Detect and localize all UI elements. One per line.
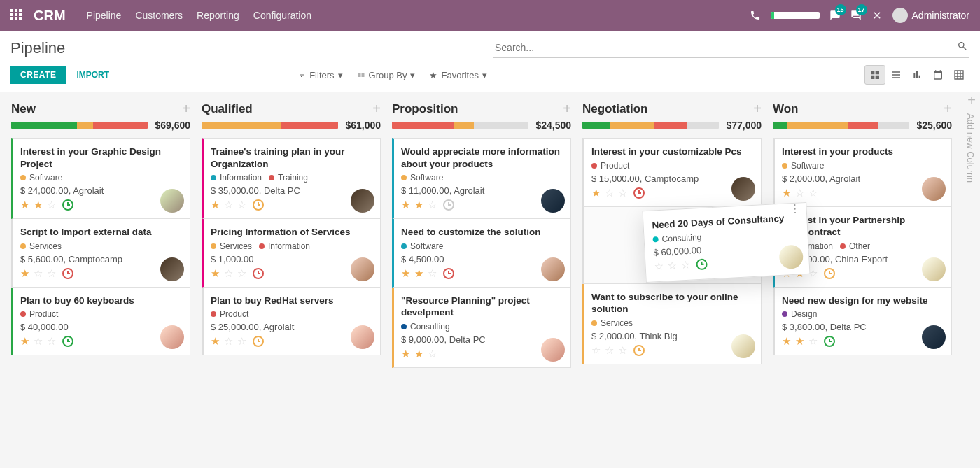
tag-dot [259, 243, 265, 249]
star-rating[interactable]: ★ ☆ ☆ [20, 335, 57, 348]
star-rating[interactable]: ★ ★ ☆ [782, 335, 818, 348]
kanban-card[interactable]: Script to Import external dataServices$ … [11, 219, 190, 288]
add-card-button[interactable]: + [563, 101, 571, 117]
avatar [732, 177, 755, 201]
view-pivot[interactable] [948, 65, 969, 85]
avatar [922, 325, 946, 349]
add-card-button[interactable]: + [182, 101, 190, 117]
import-link[interactable]: IMPORT [76, 70, 109, 80]
clock-icon[interactable] [824, 336, 835, 347]
kanban-card[interactable]: Trainee's training plan in your Organiza… [202, 138, 381, 219]
clock-icon[interactable] [443, 199, 454, 211]
column-total: $24,500 [536, 120, 571, 131]
avatar [160, 325, 184, 349]
favorites-dropdown[interactable]: ★ Favorites ▾ [429, 70, 486, 80]
star-rating[interactable]: ☆ ☆ ☆ [654, 258, 691, 273]
clock-icon[interactable] [62, 199, 74, 211]
close-icon[interactable] [872, 10, 883, 21]
dragging-card[interactable]: ⋮ Need 20 Days of Consultancy Consulting… [642, 202, 810, 283]
star-rating[interactable]: ★ ★ ☆ [401, 267, 438, 280]
card-amount: $ 1,000.00 [211, 254, 372, 264]
avatar [351, 257, 374, 281]
kanban-card[interactable]: Pricing Information of ServicesServicesI… [202, 219, 381, 288]
top-nav: CRM Pipeline Customers Reporting Configu… [0, 0, 980, 31]
tag-dot [211, 243, 216, 249]
column-title: Proposition [392, 102, 557, 116]
clock-icon[interactable] [253, 268, 264, 279]
kanban-card[interactable]: Want to subscribe to your online solutio… [582, 284, 762, 364]
messages-icon[interactable]: 15 [830, 10, 841, 21]
create-button[interactable]: CREATE [10, 66, 66, 84]
user-menu[interactable]: Administrator [892, 8, 969, 23]
chat-icon[interactable]: 17 [850, 10, 862, 21]
card-title: Trainee's training plan in your Organiza… [211, 146, 372, 170]
column-title: Qualified [202, 102, 367, 116]
kanban-card[interactable]: Interest in your customizable PcsProduct… [582, 138, 762, 207]
kanban-column: Proposition+$24,500Would appreciate more… [386, 101, 577, 458]
tag-label: Training [278, 173, 308, 183]
star-rating[interactable]: ★ ☆ ☆ [211, 335, 247, 348]
tag-dot [20, 311, 26, 317]
view-graph[interactable] [906, 65, 927, 85]
card-amount: $ 2,000.00, Agrolait [782, 173, 943, 184]
subheader: Pipeline CREATE IMPORT Filters ▾ Group B… [0, 31, 980, 92]
card-tags: Software [782, 161, 943, 171]
card-amount: $ 3,800.00, Delta PC [782, 322, 943, 332]
filters-dropdown[interactable]: Filters ▾ [298, 70, 342, 80]
kanban-card[interactable]: Plan to buy RedHat serversProduct$ 25,00… [202, 288, 381, 356]
nav-reporting[interactable]: Reporting [197, 10, 239, 21]
card-amount: $ 4,500.00 [401, 254, 562, 264]
clock-icon[interactable] [634, 187, 645, 199]
star-rating[interactable]: ☆ ☆ ☆ [592, 344, 628, 357]
kanban-card[interactable]: Need new design for my websiteDesign$ 3,… [773, 288, 952, 356]
column-progress [392, 122, 528, 129]
clock-icon[interactable] [253, 199, 264, 211]
tag-label: Software [410, 241, 443, 251]
apps-icon[interactable] [10, 9, 23, 22]
star-rating[interactable]: ★ ☆ ☆ [782, 187, 818, 199]
star-rating[interactable]: ★ ☆ ☆ [211, 199, 247, 211]
star-rating[interactable]: ★ ☆ ☆ [592, 187, 628, 199]
nav-right: 15 17 Administrator [750, 8, 969, 23]
tag-dot [401, 324, 407, 329]
add-card-button[interactable]: + [944, 101, 952, 117]
clock-icon[interactable] [443, 268, 454, 279]
nav-pipeline[interactable]: Pipeline [87, 10, 122, 21]
kanban-card[interactable]: Would appreciate more information about … [392, 138, 571, 219]
nav-customers[interactable]: Customers [135, 10, 183, 21]
clock-icon[interactable] [696, 258, 708, 270]
progress-indicator[interactable] [771, 12, 820, 19]
star-rating[interactable]: ★ ★ ☆ [20, 199, 57, 211]
add-card-button[interactable]: + [753, 101, 762, 117]
kanban-card[interactable]: Plan to buy 60 keyboardsProduct$ 40,000.… [11, 288, 190, 356]
card-menu-icon[interactable]: ⋮ [790, 207, 801, 211]
nav-links: Pipeline Customers Reporting Configurati… [87, 10, 750, 21]
add-column[interactable]: Add new Column [962, 92, 979, 183]
kanban-card[interactable]: Need to customize the solutionSoftware$ … [392, 219, 571, 288]
view-list[interactable] [886, 65, 906, 85]
star-rating[interactable]: ★ ★ ☆ [401, 348, 438, 360]
star-rating[interactable]: ★ ☆ ☆ [211, 267, 247, 280]
kanban-card[interactable]: Interest in your productsSoftware$ 2,000… [773, 138, 952, 207]
card-tags: Software [401, 173, 562, 183]
clock-icon[interactable] [62, 336, 74, 347]
add-card-button[interactable]: + [372, 101, 381, 117]
page-title: Pipeline [10, 39, 65, 57]
avatar [160, 189, 184, 213]
kanban-card[interactable]: Interest in your Graphic Design ProjectS… [11, 138, 190, 219]
clock-icon[interactable] [824, 268, 835, 279]
star-rating[interactable]: ★ ★ ☆ [401, 199, 438, 211]
phone-icon[interactable] [750, 10, 761, 21]
search-input[interactable] [493, 38, 969, 58]
view-calendar[interactable] [927, 65, 948, 85]
clock-icon[interactable] [62, 268, 74, 279]
star-rating[interactable]: ★ ☆ ☆ [20, 267, 57, 280]
clock-icon[interactable] [634, 345, 645, 356]
search-icon[interactable] [957, 41, 968, 54]
card-tags: ServicesInformation [211, 241, 372, 251]
view-kanban[interactable] [864, 65, 886, 85]
clock-icon[interactable] [253, 336, 264, 347]
kanban-card[interactable]: "Resource Planning" project develpmentCo… [392, 288, 571, 368]
groupby-dropdown[interactable]: Group By ▾ [357, 70, 416, 80]
nav-configuration[interactable]: Configuration [253, 10, 312, 21]
